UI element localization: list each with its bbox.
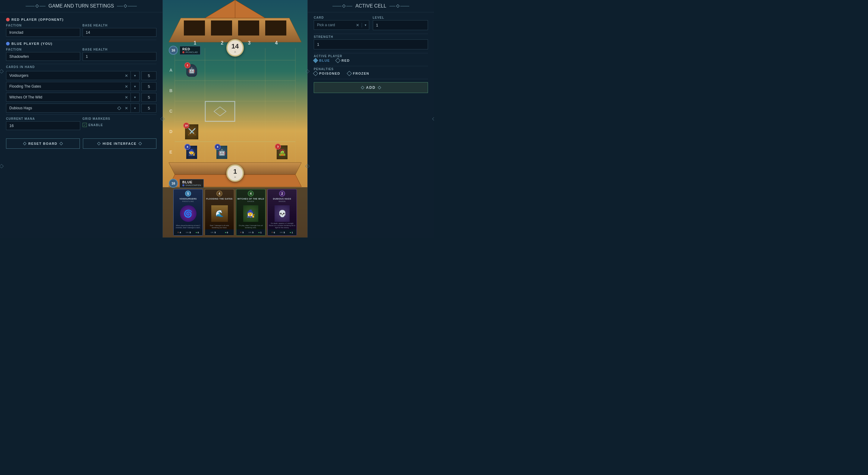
right-panel-content: CARD Pick a card ✕ ▾ LEVEL STRENGTH ACTI xyxy=(308,12,434,95)
card-2-clear[interactable]: ✕ xyxy=(122,82,131,91)
red-player-row: RED PLAYER (OPPONENT) xyxy=(6,18,156,21)
card-1-dropdown[interactable]: ▾ xyxy=(131,71,139,80)
active-player-radio-group: BLUE RED xyxy=(314,59,428,62)
unit-a1-badge: 2 xyxy=(184,62,190,68)
blue-faction-display: SHADOWFEN xyxy=(182,184,201,186)
card-2-dropdown[interactable]: ▾ xyxy=(131,82,139,91)
card-3-dropdown[interactable]: ▾ xyxy=(131,93,139,101)
red-health-value: 14 xyxy=(231,42,239,50)
card-stats-dubious: ⚔ 6 LVL 5 ♥ 1 xyxy=(268,229,297,235)
level-input[interactable] xyxy=(373,20,428,30)
card-select-4[interactable]: Dubious Hags ✕ ▾ xyxy=(6,104,140,112)
poisoned-checkbox[interactable] xyxy=(313,71,318,76)
right-edge-diamond xyxy=(432,116,434,121)
red-name: RED xyxy=(182,47,198,51)
blue-name: BLUE xyxy=(182,180,201,184)
card-row-1: Voidsurgers ✕ ▾ xyxy=(6,71,156,80)
unit-d1[interactable]: ⚔️ 10 xyxy=(179,122,205,142)
card-stats-flooding: LVL 5 ♥ 0 xyxy=(205,229,234,235)
blue-faction-input[interactable] xyxy=(6,52,80,61)
card-2-count[interactable] xyxy=(141,82,156,91)
r-sep2 xyxy=(314,53,428,53)
card-health-f: ♥ 0 xyxy=(225,231,228,234)
r-sep1 xyxy=(314,34,428,34)
card-3-clear[interactable]: ✕ xyxy=(122,93,131,101)
svg-text:3: 3 xyxy=(248,40,251,45)
card-name-flooding: FLOODING THE GATES xyxy=(205,198,234,200)
red-faction-display: IRONCLAD xyxy=(182,51,198,54)
card-select-1[interactable]: Voidsurgers ✕ ▾ xyxy=(6,71,140,80)
card-attack-w: ⚔ 5 xyxy=(240,231,244,234)
svg-rect-31 xyxy=(205,101,235,121)
penalty-frozen[interactable]: FROZEN xyxy=(347,72,369,75)
unit-e2[interactable]: 🤖 8 xyxy=(209,142,235,163)
penalties-row-container: PENALTIES POISONED FROZEN xyxy=(314,67,428,75)
base-health-label-blue: BASE HEALTH xyxy=(83,48,157,52)
hand-card-voidsurgers[interactable]: 5 VOIDSURGERS FROSTLING 🌀 When played bo… xyxy=(173,189,203,236)
unit-a1[interactable]: 🤖 2 xyxy=(179,60,205,81)
card-cost-dubious: 2 xyxy=(279,191,285,197)
blue-health-value: 1 xyxy=(233,168,237,175)
red-faction-input[interactable] xyxy=(6,28,80,37)
red-level-badge: 16 xyxy=(169,46,178,55)
strength-input[interactable] xyxy=(314,39,428,49)
enable-checkbox[interactable]: ✓ xyxy=(83,123,87,127)
card-1-count[interactable] xyxy=(141,71,156,80)
card-picker-clear[interactable]: ✕ xyxy=(353,23,362,27)
card-level-v: LVL 5 xyxy=(186,231,191,234)
sep3 xyxy=(6,114,156,115)
pick-card-text: Pick a card xyxy=(314,21,353,30)
center-panel: 1 2 3 4 A B C D E xyxy=(163,0,307,238)
blue-health-input[interactable] xyxy=(83,52,157,61)
header-deco-left xyxy=(26,5,45,7)
faction-label-blue: FACTION xyxy=(6,48,80,52)
blue-player-row: BLUE PLAYER (YOU) xyxy=(6,42,156,45)
right-header-title: ACTIVE CELL xyxy=(355,3,386,9)
card-picker-dropdown[interactable]: ▾ xyxy=(362,23,369,27)
card-picker[interactable]: Pick a card ✕ ▾ xyxy=(314,20,369,30)
penalty-poisoned[interactable]: POISONED xyxy=(314,72,340,75)
card-3-count[interactable] xyxy=(141,93,156,102)
card-attack-d: ⚔ 6 xyxy=(271,231,275,234)
r-header-line2 xyxy=(346,6,352,6)
card-desc-witches: On play, drain 3 strength from all borde… xyxy=(238,225,264,229)
frozen-checkbox[interactable] xyxy=(347,71,352,76)
card-4-dropdown[interactable]: ▾ xyxy=(131,104,139,112)
card-4-clear[interactable]: ✕ xyxy=(122,104,131,112)
svg-text:4: 4 xyxy=(275,40,278,45)
radio-blue[interactable]: BLUE xyxy=(314,59,330,62)
card-select-2[interactable]: Flooding The Gates ✕ ▾ xyxy=(6,82,140,91)
radio-red[interactable]: RED xyxy=(336,59,350,62)
hand-card-witches[interactable]: 4 WITCHES OF THE WILD RAVEN 🧙‍♀️ On play… xyxy=(236,189,266,236)
blue-banner: 16 BLUE SHADOWFEN xyxy=(169,179,204,188)
r-header-line4 xyxy=(400,6,409,6)
card-stats-witches: ⚔ 5 LVL 5 ♥ 1 xyxy=(236,229,265,235)
card-art-d: 💀 xyxy=(275,205,290,222)
unit-e1[interactable]: 🧙 8 xyxy=(179,142,205,163)
red-health-input[interactable] xyxy=(83,28,157,37)
card-4-count[interactable] xyxy=(141,104,156,112)
mana-input[interactable] xyxy=(6,121,80,130)
reset-board-button[interactable]: RESET BOARD xyxy=(6,138,80,149)
reset-board-label: RESET BOARD xyxy=(28,142,58,145)
hide-interface-button[interactable]: HIDE INTERFACE xyxy=(83,138,157,149)
header-deco-right xyxy=(117,5,137,7)
bottom-fields: CURRENT MANA GRID MARKERS ✓ ENABLE xyxy=(6,117,156,130)
svg-text:C: C xyxy=(169,109,173,113)
card-row-4: Dubious Hags ✕ ▾ xyxy=(6,104,156,112)
card-select-3[interactable]: Witches Of The Wild ✕ ▾ xyxy=(6,93,140,102)
red-faction-name: IRONCLAD xyxy=(185,51,198,54)
blue-health-circle: 1 ⚔ xyxy=(226,164,244,182)
r-sep4 xyxy=(314,79,428,79)
card-1-clear[interactable]: ✕ xyxy=(122,71,131,80)
hand-card-flooding[interactable]: 4 FLOODING THE GATES 🌊 Deal 7 damage to … xyxy=(205,189,234,236)
card-cost-voidsurgers: 5 xyxy=(185,191,191,197)
card-4-icon xyxy=(116,107,122,109)
hand-card-dubious[interactable]: 2 DUBIOUS HAGS RAVEN 💀 On death, spawns … xyxy=(267,189,297,236)
card-desc-flooding: Deal 7 damage to all units bordering you… xyxy=(206,225,233,229)
unit-e1-badge: 8 xyxy=(184,144,190,150)
r-header-diamond2 xyxy=(396,4,399,7)
unit-e4[interactable]: 🧟 3 xyxy=(269,142,296,163)
add-button[interactable]: ADD xyxy=(314,82,428,93)
blue-level-badge: 16 xyxy=(169,179,178,188)
